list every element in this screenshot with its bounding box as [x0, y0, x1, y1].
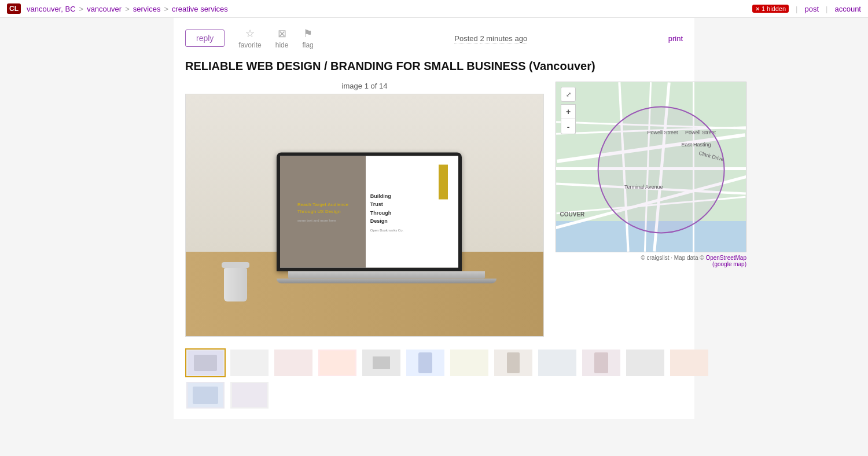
thumbnail-1[interactable]: [185, 348, 226, 377]
thumbnail-5[interactable]: [361, 348, 402, 377]
map-zoom-in-button[interactable]: +: [561, 104, 576, 119]
image-counter: image 1 of 14: [185, 82, 544, 90]
map-zoom-out-button[interactable]: -: [561, 119, 576, 134]
main-image-area: image 1 of 14: [185, 82, 544, 337]
hide-button[interactable]: ⊠ hide: [275, 27, 289, 49]
post-link[interactable]: post: [804, 5, 819, 13]
breadcrumb-creative-services[interactable]: creative services: [172, 5, 228, 13]
breadcrumb-region[interactable]: vancouver: [87, 5, 122, 13]
craigslist-logo: CL: [7, 3, 21, 14]
thumbnail-4[interactable]: [317, 348, 358, 377]
thumbnail-11[interactable]: [625, 348, 665, 377]
thumbnail-6[interactable]: [405, 348, 446, 377]
action-bar: reply ☆ favorite ⊠ hide ⚑ flag Posted 2 …: [185, 27, 683, 49]
reply-button[interactable]: reply: [185, 30, 225, 47]
favorite-button[interactable]: ☆ favorite: [238, 27, 261, 49]
hide-label: hide: [275, 41, 289, 49]
thumbnail-7[interactable]: [449, 348, 490, 377]
google-map-link[interactable]: (google map): [712, 261, 746, 267]
map-city-label: COUVER: [560, 211, 585, 218]
breadcrumb: CL vancouver, BC > vancouver > services …: [7, 3, 228, 14]
thumbnail-2[interactable]: [229, 348, 270, 377]
thumbnail-row-2: [185, 381, 270, 410]
thumbnail-12[interactable]: [669, 348, 709, 377]
hidden-badge[interactable]: 1 hidden: [752, 5, 789, 13]
hidden-count-badge: 1 hidden: [752, 5, 789, 13]
star-icon: ☆: [245, 27, 255, 40]
flag-button[interactable]: ⚑ flag: [302, 27, 313, 49]
favorite-label: favorite: [238, 41, 261, 49]
flag-icon: ⚑: [303, 27, 312, 40]
map-expand-button[interactable]: ⤢: [561, 87, 576, 102]
topbar: CL vancouver, BC > vancouver > services …: [0, 0, 868, 18]
thumbnails-section: [185, 348, 683, 410]
map-footer: © craigslist · Map data © OpenStreetMap …: [556, 255, 746, 267]
image-section: image 1 of 14: [185, 82, 683, 337]
topbar-right: 1 hidden | post | account: [752, 5, 861, 13]
flag-label: flag: [302, 41, 313, 49]
account-link[interactable]: account: [834, 5, 861, 13]
breadcrumb-city[interactable]: vancouver, BC: [27, 5, 76, 13]
post-title: RELIABLE WEB DESIGN / BRANDING FOR SMALL…: [185, 58, 683, 73]
map-location-circle: [598, 106, 725, 233]
main-image[interactable]: Reach Target AudienceThrough UX Design s…: [185, 94, 544, 337]
posted-time: Posted 2 minutes ago: [454, 34, 527, 43]
map-controls: ⤢ + -: [561, 87, 576, 134]
main-content: reply ☆ favorite ⊠ hide ⚑ flag Posted 2 …: [174, 18, 694, 419]
breadcrumb-services[interactable]: services: [133, 5, 161, 13]
hide-icon: ⊠: [278, 27, 286, 40]
thumbnail-14[interactable]: [229, 381, 270, 410]
map-background: Powell Street Powell Street East Hasting…: [556, 82, 746, 252]
thumbnail-row-1: [185, 348, 709, 377]
thumbnail-10[interactable]: [581, 348, 621, 377]
print-link[interactable]: print: [668, 34, 683, 43]
thumbnail-3[interactable]: [273, 348, 314, 377]
thumbnail-13[interactable]: [185, 381, 226, 410]
thumbnail-8[interactable]: [493, 348, 534, 377]
openstreetmap-link[interactable]: OpenStreetMap: [705, 255, 746, 261]
map-container[interactable]: Powell Street Powell Street East Hasting…: [556, 82, 746, 252]
map-section: Powell Street Powell Street East Hasting…: [556, 82, 746, 337]
thumbnail-9[interactable]: [537, 348, 578, 377]
